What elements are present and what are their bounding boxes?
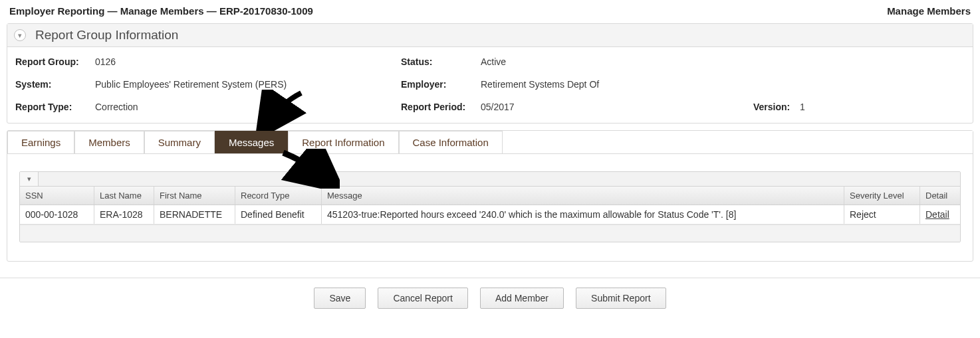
action-bar: Save Cancel Report Add Member Submit Rep… [0, 278, 980, 315]
col-last-name[interactable]: Last Name [94, 187, 154, 205]
version-label: Version: [753, 102, 800, 112]
col-message[interactable]: Message [322, 187, 844, 205]
page-header: Employer Reporting — Manage Members — ER… [7, 4, 973, 23]
table-row[interactable]: 000-00-1028 ERA-1028 BERNADETTE Defined … [20, 205, 960, 224]
cell-first-name: BERNADETTE [154, 205, 235, 224]
system-label: System: [15, 79, 95, 90]
cell-last-name: ERA-1028 [94, 205, 154, 224]
cancel-report-button[interactable]: Cancel Report [378, 288, 468, 309]
version-value: 1 [800, 102, 805, 112]
panel-title: Report Group Information [35, 28, 178, 42]
breadcrumb: Employer Reporting — Manage Members — ER… [9, 5, 313, 17]
grid-header-row: SSN Last Name First Name Record Type Mes… [20, 187, 960, 205]
tab-container: Earnings Members Summary Messages Report… [7, 130, 973, 262]
grid-toolbar: ▾ [20, 172, 960, 187]
col-detail[interactable]: Detail [920, 187, 960, 205]
report-period-value: 05/2017 [481, 102, 515, 112]
submit-report-button[interactable]: Submit Report [576, 288, 666, 309]
chevron-down-icon[interactable]: ▾ [14, 29, 26, 41]
system-value: Public Employees' Retirement System (PER… [95, 79, 287, 90]
add-member-button[interactable]: Add Member [480, 288, 564, 309]
col-ssn[interactable]: SSN [20, 187, 94, 205]
tab-case-information[interactable]: Case Information [399, 131, 503, 153]
employer-value: Retirement Systems Dept Of [481, 79, 599, 90]
grid-menu-icon[interactable]: ▾ [20, 172, 39, 186]
tab-summary[interactable]: Summary [144, 131, 215, 153]
report-type-label: Report Type: [15, 102, 95, 112]
col-first-name[interactable]: First Name [154, 187, 235, 205]
tab-members[interactable]: Members [74, 131, 144, 153]
col-severity[interactable]: Severity Level [844, 187, 920, 205]
tab-earnings[interactable]: Earnings [7, 131, 74, 153]
col-record-type[interactable]: Record Type [235, 187, 322, 205]
status-value: Active [481, 56, 506, 67]
tab-messages[interactable]: Messages [215, 131, 288, 153]
report-group-panel: ▾ Report Group Information Report Group:… [7, 23, 973, 124]
messages-grid: ▾ SSN Last Name First Name Record Type M… [19, 171, 961, 242]
tab-bar: Earnings Members Summary Messages Report… [7, 131, 973, 153]
page-title: Manage Members [887, 5, 971, 17]
tab-report-information[interactable]: Report Information [288, 131, 398, 153]
save-button[interactable]: Save [314, 288, 366, 309]
cell-severity: Reject [844, 205, 920, 224]
cell-record-type: Defined Benefit [235, 205, 322, 224]
panel-header[interactable]: ▾ Report Group Information [7, 24, 973, 47]
report-group-label: Report Group: [15, 56, 95, 67]
report-group-value: 0126 [95, 56, 116, 67]
detail-link[interactable]: Detail [925, 209, 949, 220]
grid-footer [20, 224, 960, 242]
cell-ssn: 000-00-1028 [20, 205, 94, 224]
status-label: Status: [401, 56, 481, 67]
cell-message: 451203-true:Reported hours exceed '240.0… [322, 205, 844, 224]
report-type-value: Correction [95, 102, 138, 112]
report-period-label: Report Period: [401, 102, 481, 112]
employer-label: Employer: [401, 79, 481, 90]
